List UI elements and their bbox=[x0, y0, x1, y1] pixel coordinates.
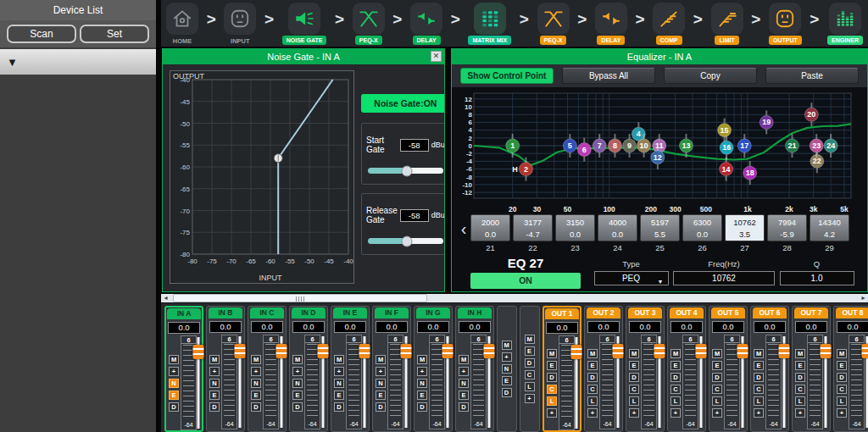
strip-button-d[interactable]: D bbox=[629, 373, 639, 382]
set-button[interactable]: Set bbox=[80, 25, 149, 43]
strip-button-+[interactable]: + bbox=[292, 367, 303, 376]
strip-button-e[interactable]: E bbox=[334, 390, 344, 400]
channel-label[interactable]: IN F bbox=[375, 307, 409, 318]
strip-button-+[interactable]: + bbox=[837, 408, 847, 418]
channel-gain-value[interactable]: 0.0 bbox=[670, 321, 703, 333]
channel-label[interactable]: IN H bbox=[458, 307, 492, 318]
fader-handle[interactable] bbox=[193, 345, 204, 359]
fader-handle[interactable] bbox=[276, 344, 287, 358]
strip-button-m[interactable]: M bbox=[251, 355, 261, 364]
strip-button-+[interactable]: + bbox=[502, 352, 512, 362]
strip-button-+[interactable]: + bbox=[376, 367, 386, 376]
fader-handle[interactable] bbox=[862, 344, 868, 358]
strip-button-+[interactable]: + bbox=[251, 367, 261, 376]
channel-label[interactable]: OUT 3 bbox=[628, 307, 662, 318]
strip-button-e[interactable]: E bbox=[251, 390, 261, 400]
channel-label[interactable]: IN C bbox=[250, 307, 284, 318]
strip-button-l[interactable]: L bbox=[712, 396, 722, 406]
strip-button-m[interactable]: M bbox=[547, 349, 557, 358]
strip-button-d[interactable]: D bbox=[795, 373, 805, 382]
strip-button-e[interactable]: E bbox=[754, 361, 764, 370]
strip-button-e[interactable]: E bbox=[525, 346, 535, 356]
eq-response-chart[interactable]: 121086420-2-4-6-8-10-1220305010020030050… bbox=[455, 89, 865, 213]
strip-button-+[interactable]: + bbox=[712, 408, 722, 418]
strip-button-d[interactable]: D bbox=[459, 402, 469, 412]
band-cell-21[interactable]: 20000.0 bbox=[470, 214, 510, 241]
strip-button-e[interactable]: E bbox=[587, 361, 598, 370]
toolbar-item-matrix-mix[interactable]: MATRIX MIX bbox=[468, 3, 511, 45]
channel-gain-value[interactable]: 0.0 bbox=[587, 321, 620, 333]
strip-button-d[interactable]: D bbox=[251, 402, 261, 412]
strip-button-m[interactable]: M bbox=[837, 349, 847, 358]
fader-track[interactable] bbox=[740, 335, 745, 429]
strip-button-+[interactable]: + bbox=[629, 408, 639, 418]
fader-track[interactable] bbox=[237, 335, 242, 429]
strip-button-e[interactable]: E bbox=[795, 361, 805, 370]
strip-button-d[interactable]: D bbox=[837, 373, 847, 382]
strip-button-e[interactable]: E bbox=[292, 390, 303, 400]
fader-track[interactable] bbox=[487, 335, 492, 429]
band-cell-29[interactable]: 143404.2 bbox=[810, 214, 849, 241]
strip-button-d[interactable]: D bbox=[712, 373, 722, 382]
channel-label[interactable]: OUT 5 bbox=[711, 307, 745, 318]
strip-button-+[interactable]: + bbox=[459, 367, 469, 376]
fader-handle[interactable] bbox=[235, 344, 246, 358]
channel-gain-value[interactable]: 0.0 bbox=[334, 321, 366, 333]
strip-button-+[interactable]: + bbox=[169, 367, 179, 376]
fader-track[interactable] bbox=[865, 335, 868, 429]
strip-button-l[interactable]: L bbox=[837, 396, 847, 406]
strip-button-e[interactable]: E bbox=[209, 390, 220, 400]
strip-button-+[interactable]: + bbox=[670, 408, 681, 418]
eq-button-show-control-point[interactable]: Show Control Point bbox=[460, 68, 554, 84]
strip-button-e[interactable]: E bbox=[712, 361, 722, 370]
slider-knob[interactable] bbox=[402, 165, 413, 176]
strip-button-c[interactable]: C bbox=[587, 385, 598, 394]
strip-button-m[interactable]: M bbox=[670, 349, 681, 358]
eq-band-on-button[interactable]: ON bbox=[470, 273, 581, 289]
strip-button-l[interactable]: L bbox=[629, 396, 639, 406]
type-select[interactable]: PEQ ▼ bbox=[594, 271, 669, 285]
strip-button-m[interactable]: M bbox=[459, 355, 469, 364]
toolbar-item-home[interactable]: HOME bbox=[166, 3, 198, 47]
strip-button-l[interactable]: L bbox=[670, 396, 681, 406]
gate-transfer-chart[interactable]: OUTPUT-80-75-70-65-60-55-50-45-40-40-45-… bbox=[170, 70, 354, 284]
strip-button-m[interactable]: M bbox=[754, 349, 764, 358]
strip-button-c[interactable]: C bbox=[547, 385, 557, 394]
toolbar-item-output[interactable]: OUTPUT bbox=[769, 3, 802, 45]
strip-button-e[interactable]: E bbox=[502, 376, 512, 385]
fader-track[interactable] bbox=[362, 335, 367, 429]
strip-button-l[interactable]: L bbox=[587, 396, 598, 406]
fader-handle[interactable] bbox=[484, 344, 495, 358]
channel-label[interactable]: IN B bbox=[209, 307, 242, 318]
fader-handle[interactable] bbox=[696, 344, 707, 358]
band-cell-25[interactable]: 51975.5 bbox=[640, 214, 680, 241]
strip-button-c[interactable]: C bbox=[712, 385, 722, 394]
device-dropdown[interactable]: ▼ bbox=[0, 49, 156, 75]
gate-param-value[interactable]: -58 bbox=[400, 209, 429, 222]
fader-track[interactable] bbox=[823, 335, 828, 429]
channel-gain-value[interactable]: 0.0 bbox=[837, 321, 868, 333]
channel-label[interactable]: IN A bbox=[167, 308, 201, 319]
toolbar-item-peq-x[interactable]: PEQ-X bbox=[353, 3, 385, 45]
fader-handle[interactable] bbox=[401, 344, 412, 358]
fader-track[interactable] bbox=[698, 335, 704, 429]
channel-label[interactable]: OUT 2 bbox=[587, 307, 620, 318]
channel-gain-value[interactable]: 0.0 bbox=[546, 322, 578, 334]
fader-track[interactable] bbox=[575, 335, 578, 430]
strip-button-n[interactable]: N bbox=[376, 379, 386, 388]
fader-track[interactable] bbox=[320, 335, 326, 429]
strip-button-m[interactable]: M bbox=[376, 355, 386, 364]
strip-button-c[interactable]: C bbox=[629, 385, 639, 394]
toolbar-item-enginer[interactable]: ENGINER bbox=[827, 3, 863, 45]
strip-button-m[interactable]: M bbox=[334, 355, 344, 364]
strip-button-l[interactable]: L bbox=[754, 396, 764, 406]
band-cell-28[interactable]: 7994-5.9 bbox=[767, 214, 807, 241]
eq-button-paste[interactable]: Paste bbox=[765, 68, 859, 84]
strip-button-e[interactable]: E bbox=[417, 390, 427, 400]
toolbar-item-delay[interactable]: DELAY bbox=[410, 3, 442, 45]
strip-button-+[interactable]: + bbox=[417, 367, 427, 376]
strip-button-d[interactable]: D bbox=[547, 373, 557, 382]
toolbar-item-limit[interactable]: LIMIT bbox=[711, 3, 743, 45]
strip-button-n[interactable]: N bbox=[209, 379, 220, 388]
toolbar-item-peq-x[interactable]: PEQ-X bbox=[537, 3, 570, 45]
